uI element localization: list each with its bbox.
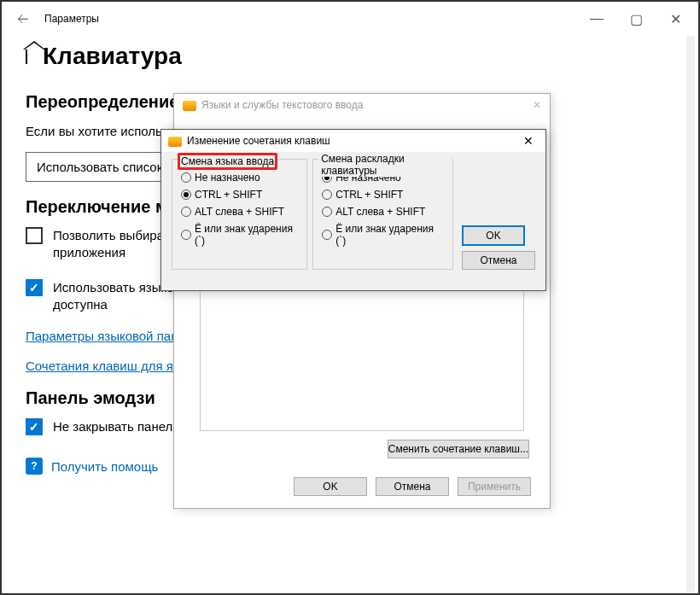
change-key-sequence-dialog: Изменение сочетания клавиш ✕ Смена языка… xyxy=(160,129,546,291)
page-title: Клавиатура xyxy=(43,43,182,70)
dlg1-close[interactable]: ✕ xyxy=(533,99,541,111)
kbd-layout-legend: Смена раскладки клавиатуры xyxy=(318,153,452,177)
window-title: Параметры xyxy=(44,13,99,25)
dlg2-ok-button[interactable]: OK xyxy=(462,225,525,246)
radio-alt-l[interactable] xyxy=(181,207,191,217)
radio-e-l[interactable] xyxy=(181,230,191,240)
use-lang-checkbox[interactable] xyxy=(26,279,43,296)
radio-ctrl-l[interactable] xyxy=(181,190,191,200)
dlg1-apply-button: Применить xyxy=(458,477,531,496)
dlg1-title: Языки и службы текстового ввода xyxy=(201,99,363,111)
keyboard-icon xyxy=(168,137,182,147)
radio-alt-r[interactable] xyxy=(322,207,332,217)
radio-e-r[interactable] xyxy=(322,230,332,240)
keyboard-icon xyxy=(183,101,196,111)
dlg1-cancel-button[interactable]: Отмена xyxy=(376,477,449,496)
home-icon[interactable] xyxy=(26,49,27,64)
radio-none-l[interactable] xyxy=(181,172,191,183)
help-label: Получить помощь xyxy=(51,459,158,474)
minimize-button[interactable]: — xyxy=(577,6,616,32)
allow-checkbox[interactable] xyxy=(26,227,43,244)
dlg2-close-button[interactable]: ✕ xyxy=(518,134,539,148)
change-hotkey-button[interactable]: Сменить сочетание клавиш... xyxy=(388,440,529,458)
back-button[interactable]: 🡠 xyxy=(17,12,29,26)
kbd-layout-fieldset: Смена раскладки клавиатуры Не назначено … xyxy=(312,159,453,270)
input-lang-legend: Смена языка ввода xyxy=(178,153,277,170)
dlg2-title: Изменение сочетания клавиш xyxy=(187,135,330,147)
close-button[interactable]: ✕ xyxy=(656,6,695,32)
input-lang-fieldset: Смена языка ввода Не назначено CTRL + SH… xyxy=(172,159,307,270)
dlg1-ok-button[interactable]: OK xyxy=(294,477,367,496)
scrollbar[interactable] xyxy=(686,36,695,592)
maximize-button[interactable]: ▢ xyxy=(616,6,656,32)
help-icon: ? xyxy=(26,458,43,475)
emoji-checkbox[interactable] xyxy=(26,418,43,435)
titlebar: 🡠 Параметры — ▢ ✕ xyxy=(2,2,698,36)
radio-ctrl-r[interactable] xyxy=(322,190,332,200)
dlg2-cancel-button[interactable]: Отмена xyxy=(462,251,535,270)
